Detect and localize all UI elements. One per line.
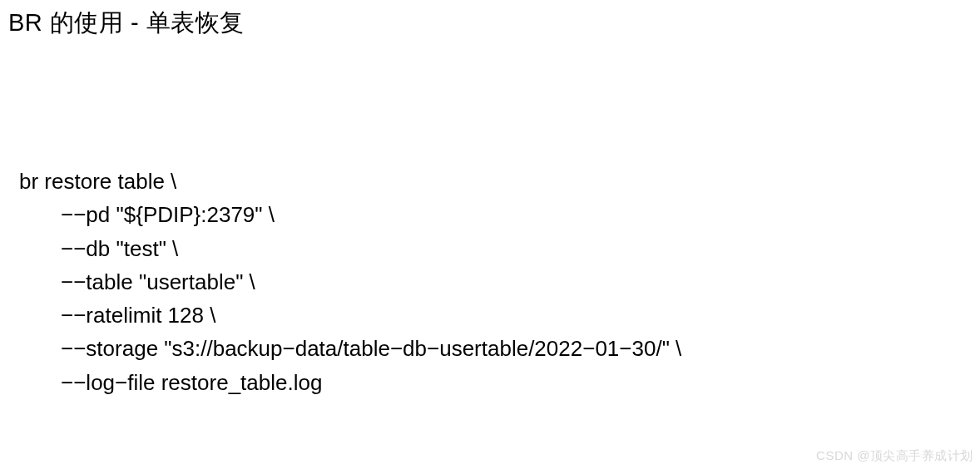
code-block: br restore table \ −−pd "${PDIP}:2379" \… (19, 165, 980, 399)
code-line-5: −−ratelimit 128 \ (19, 299, 980, 332)
code-line-3: −−db "test" \ (19, 232, 980, 265)
code-line-7: −−log−file restore_table.log (19, 366, 980, 399)
code-line-6: −−storage "s3://backup−data/table−db−use… (19, 332, 980, 365)
watermark: CSDN @顶尖高手养成计划 (816, 448, 973, 464)
page-title: BR 的使用 - 单表恢复 (0, 0, 980, 40)
code-line-4: −−table "usertable" \ (19, 265, 980, 299)
code-line-2: −−pd "${PDIP}:2379" \ (19, 198, 980, 231)
code-line-1: br restore table \ (19, 165, 980, 198)
